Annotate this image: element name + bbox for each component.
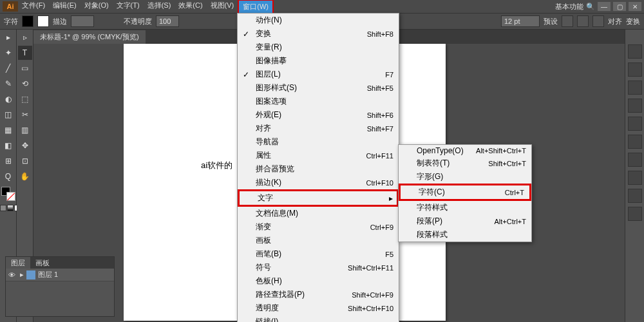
tool-17[interactable]: ⊡ (18, 154, 32, 168)
tool-14[interactable]: ◧ (1, 138, 15, 153)
menu-file[interactable]: 文件(F) (18, 0, 49, 14)
submenu-item-段落(P)[interactable]: 段落(P)Alt+Ctrl+T (399, 214, 531, 228)
menu-window[interactable]: 窗口(W) (238, 0, 274, 14)
tool-4[interactable]: ╱ (1, 61, 15, 75)
menu-item-导航器[interactable]: 导航器 (238, 135, 399, 149)
expand-icon[interactable]: ▸ (20, 270, 24, 279)
layer-name[interactable]: 图层 1 (38, 270, 58, 279)
menu-item-色板(H)[interactable]: 色板(H) (238, 274, 399, 288)
align-right-button[interactable] (592, 15, 604, 27)
menu-item-对齐[interactable]: 对齐Shift+F7 (238, 122, 399, 135)
tool-13[interactable]: ▥ (18, 123, 32, 137)
tool-18[interactable]: Q (1, 169, 15, 184)
menu-item-符号[interactable]: 符号Shift+Ctrl+F11 (238, 261, 399, 274)
menu-item-属性[interactable]: 属性Ctrl+F11 (238, 149, 399, 162)
panel-icon-9[interactable] (628, 207, 642, 221)
menu-item-路径查找器(P)[interactable]: 路径查找器(P)Shift+Ctrl+F9 (238, 288, 399, 301)
panel-icon-7[interactable] (628, 171, 642, 185)
panel-icon-0[interactable] (628, 44, 642, 59)
panel-icon-6[interactable] (628, 153, 642, 167)
align-left-button[interactable] (562, 15, 573, 27)
menu-item-图层(L)[interactable]: 图层(L)F7 (238, 68, 399, 81)
fill-swatch[interactable] (22, 15, 33, 27)
tool-2[interactable]: ✦ (1, 46, 15, 60)
submenu-item-字符样式[interactable]: 字符样式 (399, 201, 531, 214)
panel-icon-2[interactable] (628, 80, 642, 95)
tool-3[interactable]: T (18, 46, 32, 60)
stroke-label[interactable]: 描边 (53, 17, 67, 26)
presets-link[interactable]: 预设 (544, 17, 558, 26)
maximize-button[interactable]: ▢ (613, 2, 626, 11)
menu-edit[interactable]: 编辑(E) (49, 0, 80, 14)
tool-6[interactable]: ✎ (1, 77, 15, 91)
panel-icon-4[interactable] (628, 117, 642, 131)
menu-item-画板[interactable]: 画板 (238, 234, 399, 247)
submenu-item-字形(G)[interactable]: 字形(G) (399, 170, 531, 184)
tool-0[interactable]: ▸ (1, 30, 15, 44)
stroke-weight-input[interactable] (71, 15, 94, 27)
submenu-item-段落样式[interactable]: 段落样式 (399, 228, 531, 242)
panel-icon-1[interactable] (628, 62, 642, 77)
char-label: 字符 (4, 17, 18, 26)
menu-view[interactable]: 视图(V) (207, 0, 238, 14)
opacity-label: 不透明度 (124, 17, 152, 26)
tool-11[interactable]: ✂ (18, 108, 32, 122)
stroke-swatch[interactable] (37, 15, 49, 27)
search-icon[interactable]: 🔍 (586, 3, 595, 11)
submenu-item-OpenType(O)[interactable]: OpenType(O)Alt+Shift+Ctrl+T (399, 145, 531, 156)
menu-item-变量(R)[interactable]: 变量(R) (238, 41, 399, 54)
artboards-tab[interactable]: 画板 (30, 257, 55, 269)
menu-item-图案选项[interactable]: 图案选项 (238, 95, 399, 108)
right-panel-dock (625, 30, 644, 322)
panel-icon-5[interactable] (628, 135, 642, 149)
tool-15[interactable]: ✥ (18, 138, 32, 153)
layer-row[interactable]: 👁 ▸ 图层 1 (6, 269, 114, 281)
menu-item-链接(I)[interactable]: 链接(I) (238, 315, 399, 322)
layers-panel: 图层 画板 👁 ▸ 图层 1 (5, 256, 115, 317)
submenu-item-制表符(T)[interactable]: 制表符(T)Shift+Ctrl+T (399, 156, 531, 170)
menu-item-画笔(B)[interactable]: 画笔(B)F5 (238, 247, 399, 261)
menu-effect[interactable]: 效果(C) (175, 0, 206, 14)
align-center-button[interactable] (577, 15, 589, 27)
tool-7[interactable]: ⟲ (18, 77, 32, 91)
menu-item-文档信息(M)[interactable]: 文档信息(M) (238, 207, 399, 220)
panel-icon-3[interactable] (628, 99, 642, 113)
transform-link[interactable]: 变换 (626, 17, 640, 26)
layers-tab[interactable]: 图层 (6, 257, 30, 269)
menu-object[interactable]: 对象(O) (80, 0, 113, 14)
menu-select[interactable]: 选择(S) (144, 0, 175, 14)
menu-item-渐变[interactable]: 渐变Ctrl+F9 (238, 220, 399, 234)
menu-item-描边(K)[interactable]: 描边(K)Ctrl+F10 (238, 176, 399, 189)
tool-8[interactable]: ◐ (1, 92, 15, 106)
minimize-button[interactable]: — (598, 2, 611, 11)
tool-9[interactable]: ⬚ (18, 92, 32, 106)
menu-item-变换[interactable]: 变换Shift+F8 (238, 27, 399, 41)
menu-item-透明度[interactable]: 透明度Shift+Ctrl+F10 (238, 301, 399, 315)
close-button[interactable]: ✕ (629, 2, 641, 11)
menu-item-拼合器预览[interactable]: 拼合器预览 (238, 162, 399, 176)
document-tab[interactable]: 未标题-1* @ 99% (CMYK/预览) (33, 30, 146, 44)
menu-text[interactable]: 文字(T) (113, 0, 144, 14)
workspace-label[interactable]: 基本功能 (555, 2, 583, 12)
menu-item-图像描摹[interactable]: 图像描摹 (238, 54, 399, 68)
visibility-icon[interactable]: 👁 (8, 271, 17, 279)
align-link[interactable]: 对齐 (608, 17, 622, 26)
tool-10[interactable]: ◫ (1, 108, 15, 122)
tool-1[interactable]: ▹ (18, 30, 32, 44)
window-menu-dropdown: 动作(N)变换Shift+F8变量(R)图像描摹图层(L)F7图形样式(S)Sh… (237, 13, 399, 322)
opacity-input[interactable] (156, 15, 179, 27)
app-logo: Ai (3, 1, 18, 12)
submenu-item-字符(C)[interactable]: 字符(C)Ctrl+T (399, 184, 531, 201)
tool-16[interactable]: ⊞ (1, 154, 15, 168)
menu-item-文字[interactable]: 文字 (238, 189, 399, 207)
font-size-input[interactable] (501, 15, 540, 27)
tool-12[interactable]: ▦ (1, 123, 15, 137)
tool-5[interactable]: ▭ (18, 61, 32, 75)
menu-item-图形样式(S)[interactable]: 图形样式(S)Shift+F5 (238, 81, 399, 95)
menu-item-外观(E)[interactable]: 外观(E)Shift+F6 (238, 108, 399, 122)
fill-stroke-control[interactable] (1, 187, 15, 201)
panel-icon-8[interactable] (628, 189, 642, 203)
menu-item-动作(N)[interactable]: 动作(N) (238, 14, 399, 27)
tool-19[interactable]: ✋ (18, 169, 32, 184)
menubar: 文件(F) 编辑(E) 对象(O) 文字(T) 选择(S) 效果(C) 视图(V… (18, 0, 274, 14)
